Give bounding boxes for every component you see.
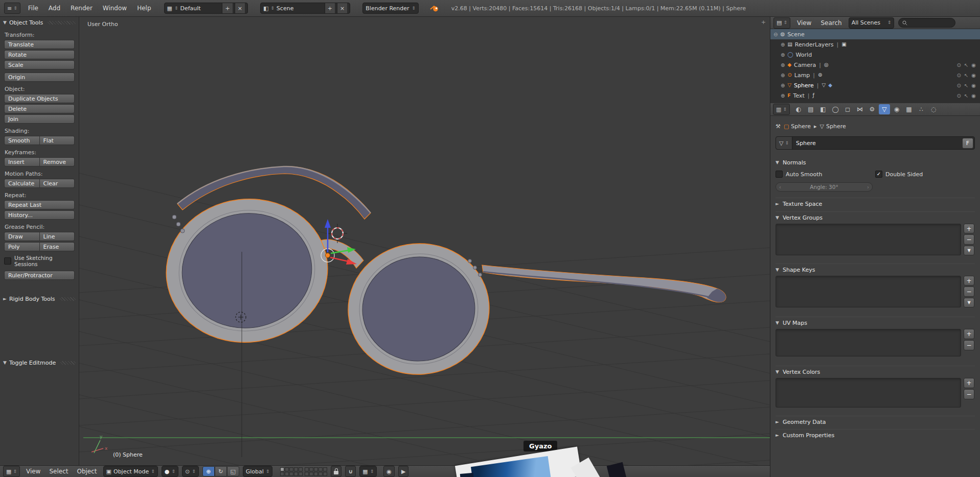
tab-constraints[interactable]: ⋈ — [854, 104, 865, 114]
scale-manipulator-toggle[interactable]: ◱ — [227, 466, 239, 476]
screen-layout-selector[interactable]: ▦ ⇕ Default + × — [164, 3, 248, 14]
line-button[interactable]: Line — [40, 232, 75, 241]
layer-group-1[interactable] — [280, 467, 303, 476]
outliner-row-camera[interactable]: ⊕ ◆ Camera | ◎ ⊙ ↖ ◉ — [770, 60, 980, 70]
add-uv-map-button[interactable]: + — [964, 329, 974, 339]
expand-expander-icon[interactable]: ⊕ — [781, 42, 785, 47]
outliner-row-lamp[interactable]: ⊕ ⊙ Lamp | ⊛ ⊙ ↖ ◉ — [770, 70, 980, 80]
transform-orientation-dropdown[interactable]: Global ⇕ — [243, 466, 273, 477]
outliner-search-menu[interactable]: Search — [818, 18, 844, 28]
insert-keyframe-button[interactable]: Insert — [4, 157, 40, 166]
viewport-shading-dropdown[interactable]: ● ⇕ — [162, 466, 178, 477]
tab-particles[interactable]: ∴ — [916, 104, 927, 114]
object-menu[interactable]: Object — [74, 467, 99, 476]
custom-properties-panel-header[interactable]: ► Custom Properties — [776, 429, 975, 439]
render-menu[interactable]: Render — [68, 4, 95, 13]
tab-object[interactable]: ◻ — [842, 104, 853, 114]
remove-vertex-color-button[interactable]: − — [964, 389, 974, 399]
smooth-button[interactable]: Smooth — [4, 136, 40, 145]
ruler-protractor-button[interactable]: Ruler/Protractor — [4, 271, 75, 280]
select-menu[interactable]: Select — [47, 467, 71, 476]
uv-maps-list[interactable] — [776, 329, 961, 356]
tab-render-layers[interactable]: ▤ — [805, 104, 816, 114]
editor-type-button[interactable]: ≡ ⇕ — [4, 3, 20, 14]
tab-modifiers[interactable]: ⚙ — [867, 104, 878, 114]
tab-world[interactable]: ◯ — [830, 104, 841, 114]
repeat-last-button[interactable]: Repeat Last — [4, 200, 75, 209]
3d-viewport[interactable]: User Ortho (0) Sphere x y + Gyazo — [79, 17, 770, 465]
translate-manipulator-toggle[interactable]: ⊕ — [202, 466, 215, 476]
use-sketching-sessions-checkbox[interactable] — [4, 257, 11, 265]
object-tools-panel-header[interactable]: ▼ Object Tools — [0, 17, 79, 28]
snap-toggle-button[interactable]: ∪ — [345, 466, 356, 477]
selectable-toggle-arrow-icon[interactable]: ↖ — [964, 83, 968, 88]
delete-scene-button[interactable]: × — [337, 3, 347, 13]
tab-texture[interactable]: ▦ — [903, 104, 915, 114]
add-scene-button[interactable]: + — [325, 3, 335, 13]
scale-button[interactable]: Scale — [4, 60, 75, 69]
tab-material[interactable]: ◉ — [891, 104, 902, 114]
remove-keyframe-button[interactable]: Remove — [40, 157, 75, 166]
double-sided-checkbox[interactable]: ✓ — [875, 171, 882, 178]
outliner-display-mode-dropdown[interactable]: All Scenes ⇕ — [849, 17, 895, 29]
fake-user-button[interactable]: F — [962, 138, 973, 149]
hide-toggle-eye-icon[interactable]: ⊙ — [956, 73, 961, 78]
rigid-body-tools-panel-header[interactable]: ► Rigid Body Tools — [0, 293, 79, 304]
remove-shape-key-button[interactable]: − — [964, 287, 974, 296]
origin-button[interactable]: Origin — [4, 73, 75, 82]
selectable-toggle-arrow-icon[interactable]: ↖ — [964, 73, 968, 78]
outliner-search-input[interactable] — [898, 18, 955, 28]
shape-keys-list[interactable] — [776, 276, 961, 307]
expand-expander-icon[interactable]: ⊕ — [781, 93, 785, 99]
add-layout-button[interactable]: + — [222, 3, 232, 13]
rotate-button[interactable]: Rotate — [4, 50, 75, 59]
breadcrumb-data[interactable]: ▽ Sphere — [820, 123, 846, 130]
editor-type-button[interactable]: ▤ ⇕ — [773, 17, 790, 29]
uv-maps-panel-header[interactable]: ▼ UV Maps — [776, 317, 975, 326]
datablock-name-field[interactable]: ▽ ⇕ Sphere F — [776, 136, 975, 150]
hide-toggle-eye-icon[interactable]: ⊙ — [956, 93, 961, 99]
shape-key-specials-button[interactable]: ▼ — [964, 298, 974, 307]
scene-selector[interactable]: ◧ ⇕ Scene + × — [260, 3, 350, 14]
delete-button[interactable]: Delete — [4, 104, 75, 113]
slider-right-arrow-icon[interactable]: › — [867, 184, 869, 190]
help-menu[interactable]: Help — [134, 4, 153, 13]
vertex-colors-panel-header[interactable]: ▼ Vertex Colors — [776, 366, 975, 375]
draw-button[interactable]: Draw — [4, 232, 40, 241]
remove-uv-map-button[interactable]: − — [964, 340, 974, 350]
calculate-button[interactable]: Calculate — [4, 179, 40, 188]
outliner-row-text[interactable]: ⊕ F Text | ƒ ⊙ ↖ ◉ — [770, 90, 980, 101]
history-button[interactable]: History... — [4, 210, 75, 220]
hide-toggle-eye-icon[interactable]: ⊙ — [956, 62, 961, 68]
mode-dropdown[interactable]: ▣ Object Mode ⇕ — [103, 466, 158, 477]
renderable-toggle-camera-icon[interactable]: ◉ — [971, 62, 976, 68]
add-menu[interactable]: Add — [46, 4, 63, 13]
snap-element-dropdown[interactable]: ▦ ⇕ — [359, 466, 377, 477]
expand-expander-icon[interactable]: ⊕ — [781, 73, 785, 78]
delete-layout-button[interactable]: × — [235, 3, 245, 13]
flat-button[interactable]: Flat — [40, 136, 75, 145]
datablock-type-chip[interactable]: ▽ ⇕ — [776, 137, 792, 149]
outliner-row-world[interactable]: ⊕ ◯ World — [770, 50, 980, 60]
editor-type-button[interactable]: ▥ ⇕ — [773, 104, 790, 115]
renderable-toggle-camera-icon[interactable]: ◉ — [971, 93, 976, 99]
rotate-manipulator-toggle[interactable]: ↻ — [215, 466, 227, 476]
hide-toggle-eye-icon[interactable]: ⊙ — [956, 83, 961, 88]
remove-vertex-group-button[interactable]: − — [964, 234, 974, 244]
texture-space-panel-header[interactable]: ► Texture Space — [776, 198, 975, 207]
tab-physics[interactable]: ◌ — [928, 104, 939, 114]
outliner-row-renderlayers[interactable]: ⊕ ▤ RenderLayers | ▣ — [770, 39, 980, 50]
poly-button[interactable]: Poly — [4, 242, 40, 251]
pivot-point-dropdown[interactable]: ⊙ ⇕ — [182, 466, 199, 477]
vertex-groups-list[interactable] — [776, 224, 961, 255]
tab-object-data[interactable]: ▽ — [879, 104, 890, 114]
translate-button[interactable]: Translate — [4, 40, 75, 49]
slider-left-arrow-icon[interactable]: ‹ — [779, 184, 781, 190]
selectable-toggle-arrow-icon[interactable]: ↖ — [964, 93, 968, 99]
expand-expander-icon[interactable]: ⊕ — [781, 83, 785, 88]
lock-to-scene-button[interactable] — [331, 466, 341, 477]
opengl-render-anim-button[interactable]: ▶ — [398, 466, 408, 477]
auto-smooth-angle-slider[interactable]: ‹ Angle: 30° › — [776, 182, 873, 192]
duplicate-objects-button[interactable]: Duplicate Objects — [4, 94, 75, 103]
add-vertex-group-button[interactable]: + — [964, 224, 974, 233]
